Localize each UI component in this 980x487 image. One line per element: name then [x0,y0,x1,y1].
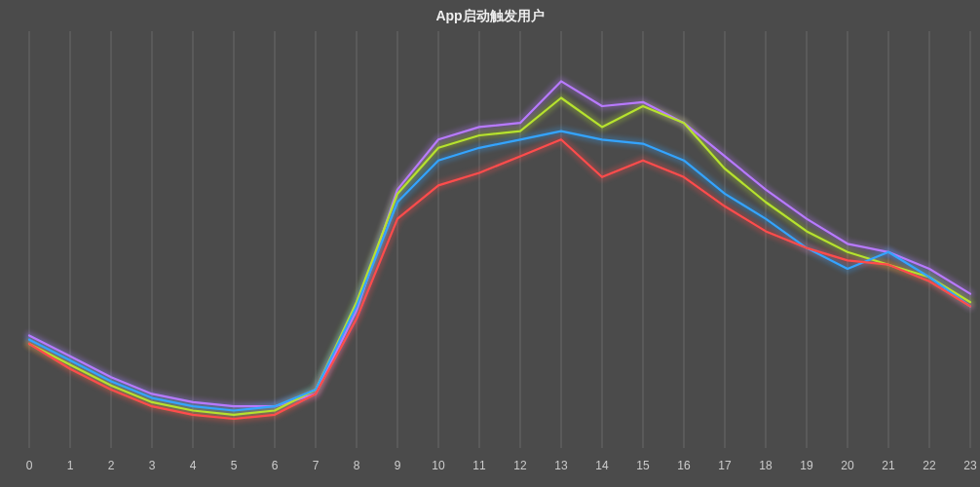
x-tick-label: 22 [923,459,936,472]
series-glow-series-red [29,139,970,419]
x-tick-label: 20 [841,459,854,472]
series-line-series-blue [29,131,970,411]
x-tick-label: 7 [313,459,320,472]
x-tick-label: 12 [513,459,527,472]
x-tick-label: 10 [432,459,445,472]
x-tick-label: 3 [149,459,156,472]
x-tick-label: 15 [636,459,650,472]
x-tick-label: 2 [108,459,115,472]
x-tick-label: 21 [882,459,895,472]
x-tick-label: 8 [354,459,360,472]
x-tick-label: 14 [595,459,609,472]
x-tick-label: 0 [26,459,33,472]
x-tick-label: 1 [67,459,74,472]
line-chart: 01234567891011121314151617181920212223 [0,0,980,487]
x-tick-label: 9 [395,459,401,472]
x-tick-label: 6 [272,459,279,472]
chart-container: App启动触发用户 012345678910111213141516171819… [0,0,980,487]
x-tick-label: 23 [963,459,977,472]
x-tick-label: 19 [800,459,813,472]
x-tick-label: 5 [231,459,238,472]
x-tick-label: 16 [677,459,691,472]
series-line-series-red [29,139,970,419]
x-tick-label: 18 [759,459,773,472]
series-glow-series-blue [29,131,970,411]
x-tick-label: 13 [554,459,568,472]
x-tick-label: 4 [190,459,197,472]
x-tick-label: 11 [472,459,486,472]
x-tick-label: 17 [718,459,732,472]
